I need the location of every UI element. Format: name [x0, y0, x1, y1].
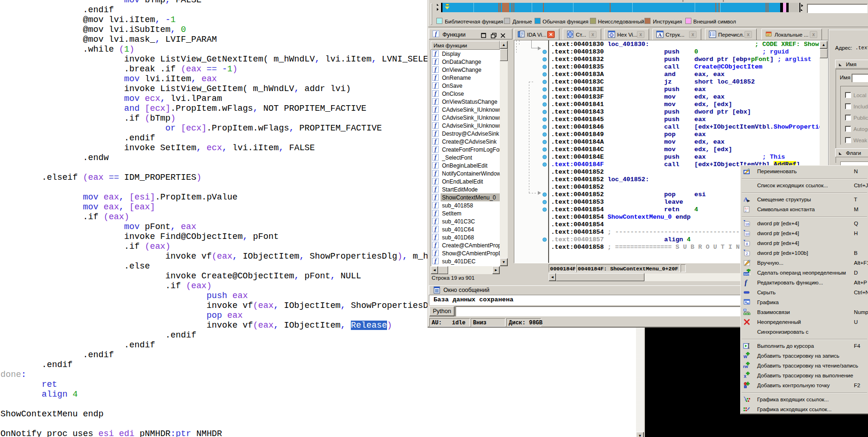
- svg-text:x: x: [744, 374, 747, 379]
- svg-text:16: 16: [745, 222, 749, 226]
- svg-text:8: 8: [746, 242, 748, 246]
- svg-text:w: w: [743, 354, 747, 359]
- svg-text:A: A: [658, 32, 662, 38]
- svg-text:DATA: DATA: [744, 273, 751, 276]
- svg-text:2: 2: [746, 252, 748, 256]
- svg-text:10: 10: [745, 232, 749, 236]
- svg-text:2: 2: [745, 209, 746, 212]
- svg-text:f: f: [744, 279, 748, 286]
